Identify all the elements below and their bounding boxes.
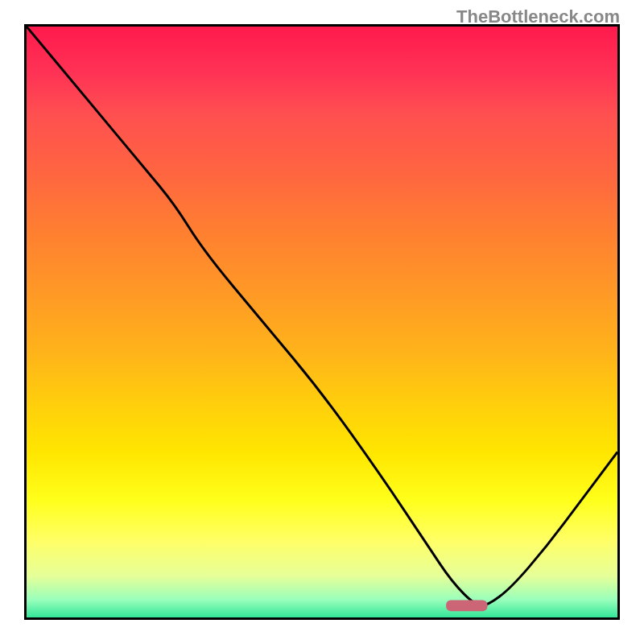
- curve-svg: [27, 27, 617, 617]
- bottleneck-curve: [27, 27, 617, 605]
- optimal-marker: [446, 600, 487, 611]
- chart-container: TheBottleneck.com: [0, 0, 644, 644]
- plot-area: [24, 24, 620, 620]
